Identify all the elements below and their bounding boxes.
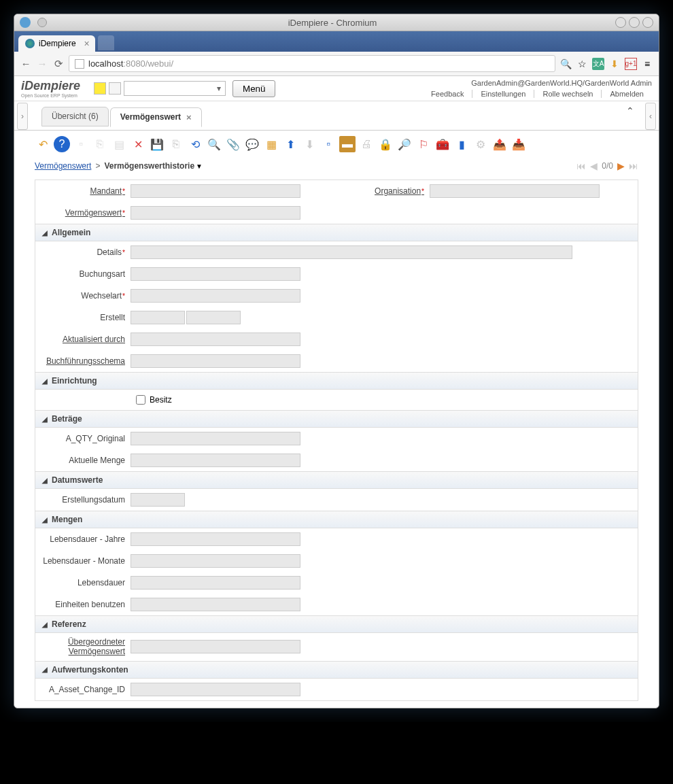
browser-tabstrip: iDempiere ×: [14, 31, 659, 52]
search-icon[interactable]: 🔍: [206, 136, 222, 152]
tab-asset[interactable]: Vermögenswert×: [110, 107, 202, 127]
settings-link[interactable]: Einstellungen: [472, 90, 534, 98]
request-icon[interactable]: 🧰: [434, 136, 451, 152]
chat-icon[interactable]: 💬: [244, 136, 260, 152]
import-icon[interactable]: 📥: [511, 136, 527, 152]
copy-icon[interactable]: ⎘: [92, 136, 108, 152]
first-icon[interactable]: ⏮: [576, 160, 586, 171]
checkbox-besitz[interactable]: [136, 395, 145, 405]
input-einheiten-benutzen[interactable]: [131, 598, 300, 611]
logout-link[interactable]: Abmelden: [602, 90, 652, 98]
collapse-left-button[interactable]: ›: [17, 103, 28, 130]
input-uebergeordneter-vermoegenswert[interactable]: [131, 640, 300, 653]
input-lebensdauer-jahre[interactable]: [131, 532, 300, 546]
section-betraege[interactable]: ◢Beträge: [35, 410, 638, 428]
new-tab-button[interactable]: [98, 35, 114, 50]
active-wf-icon[interactable]: ⚐: [415, 136, 432, 152]
translate-icon[interactable]: 文A: [592, 58, 604, 70]
process-icon[interactable]: ⚙: [472, 136, 489, 152]
input-aqty-original[interactable]: [131, 432, 300, 445]
page-icon: [75, 59, 84, 69]
menu-icon[interactable]: ≡: [641, 58, 653, 70]
titlebar-button[interactable]: [37, 18, 47, 27]
input-mandant[interactable]: [131, 184, 300, 198]
input-erstellt-time[interactable]: [186, 311, 241, 324]
section-einrichtung[interactable]: ◢Einrichtung: [35, 372, 638, 390]
refresh-icon[interactable]: ⟲: [187, 136, 203, 152]
section-mengen[interactable]: ◢Mengen: [35, 511, 638, 528]
input-aktuelle-menge[interactable]: [131, 454, 300, 467]
titlebar: iDempiere - Chromium: [14, 14, 659, 31]
minimize-button[interactable]: [615, 17, 626, 28]
app-icon: [20, 17, 31, 28]
print-icon[interactable]: 🖨: [358, 136, 375, 152]
extension-icon[interactable]: ⬇: [608, 58, 621, 70]
gplus-icon[interactable]: g+1: [625, 58, 637, 70]
new-record-icon[interactable]: [94, 82, 106, 95]
input-a-asset-change-id[interactable]: [131, 683, 300, 696]
report-icon[interactable]: ▫: [320, 136, 336, 152]
input-vermoegenswert[interactable]: [131, 206, 300, 220]
label-besitz: Besitz: [150, 395, 172, 405]
feedback-link[interactable]: Feedback: [423, 90, 472, 98]
zoom-icon[interactable]: 🔍: [559, 58, 572, 70]
reload-button[interactable]: ⟳: [52, 58, 65, 70]
archive-icon[interactable]: ▬: [339, 136, 356, 152]
grid-icon[interactable]: ▦: [263, 136, 279, 152]
new-icon[interactable]: ▫: [73, 136, 89, 152]
delete-icon[interactable]: ✕: [130, 136, 146, 152]
help-icon[interactable]: ?: [54, 136, 70, 152]
tab-close-icon[interactable]: ×: [84, 38, 90, 49]
input-organisation[interactable]: [430, 184, 600, 198]
collapse-right-button[interactable]: ‹: [645, 103, 656, 130]
export-icon[interactable]: 📤: [491, 136, 508, 152]
save-icon[interactable]: 💾: [149, 136, 165, 152]
form-icon[interactable]: ▤: [111, 136, 127, 152]
lock-icon[interactable]: 🔒: [377, 136, 394, 152]
window: iDempiere - Chromium iDempiere × ← → ⟳ l…: [14, 14, 659, 709]
last-icon[interactable]: ⏭: [629, 160, 638, 171]
section-allgemein[interactable]: ◢Allgemein: [35, 224, 638, 241]
toolbar: ↶ ? ▫ ⎘ ▤ ✕ 💾 ⎘ ⟲ 🔍 📎 💬 ▦ ⬆ ⬇ ▫ ▬ 🖨 🔒 🔎: [35, 131, 638, 158]
breadcrumb-dropdown-icon[interactable]: ▼: [196, 163, 203, 170]
label-a-asset-change-id: A_Asset_Change_ID: [42, 685, 131, 694]
input-erstellungsdatum[interactable]: [131, 493, 185, 507]
input-buchfuehrungsschema[interactable]: [131, 354, 300, 368]
detail-icon[interactable]: ⬇: [301, 136, 317, 152]
breadcrumb-root[interactable]: Vermögenswert: [35, 161, 91, 171]
section-aufwertungskonten[interactable]: ◢Aufwertungskonten: [35, 661, 638, 679]
open-record-icon[interactable]: [109, 82, 121, 95]
input-wechselart[interactable]: [131, 289, 300, 303]
tab-close-icon[interactable]: ×: [186, 112, 192, 122]
tab-overview[interactable]: Übersicht (6): [41, 107, 109, 126]
change-role-link[interactable]: Rolle wechseln: [534, 90, 602, 98]
search-select[interactable]: ▾: [124, 81, 226, 96]
input-buchungsart[interactable]: [131, 267, 300, 281]
bookmark-icon[interactable]: ☆: [576, 58, 588, 70]
input-aktualisiert-durch[interactable]: [131, 333, 300, 346]
parent-icon[interactable]: ⬆: [282, 136, 298, 152]
label-lebensdauer-monate: Lebensdauer - Monate: [42, 556, 131, 566]
saveall-icon[interactable]: ⎘: [168, 136, 184, 152]
browser-tab-label: iDempiere: [39, 39, 76, 48]
zoom-icon[interactable]: 🔎: [396, 136, 413, 152]
close-button[interactable]: [642, 17, 653, 28]
menu-button[interactable]: Menü: [232, 80, 275, 97]
input-details[interactable]: [131, 245, 572, 259]
prev-icon[interactable]: ◀: [590, 160, 598, 171]
input-lebensdauer[interactable]: [131, 576, 300, 590]
input-lebensdauer-monate[interactable]: [131, 554, 300, 568]
section-referenz[interactable]: ◢Referenz: [35, 615, 638, 633]
maximize-button[interactable]: [629, 17, 640, 28]
next-icon[interactable]: ▶: [617, 160, 625, 171]
section-datumswerte[interactable]: ◢Datumswerte: [35, 471, 638, 489]
forward-button[interactable]: →: [36, 58, 48, 70]
input-erstellt-date[interactable]: [131, 311, 185, 324]
browser-tab[interactable]: iDempiere ×: [18, 35, 95, 52]
attach-icon[interactable]: 📎: [225, 136, 241, 152]
undo-icon[interactable]: ↶: [35, 136, 51, 152]
back-button[interactable]: ←: [20, 58, 32, 70]
product-icon[interactable]: ▮: [453, 136, 470, 152]
expand-icon[interactable]: ⌃: [626, 105, 634, 116]
url-bar[interactable]: localhost:8080/webui/: [69, 55, 555, 72]
